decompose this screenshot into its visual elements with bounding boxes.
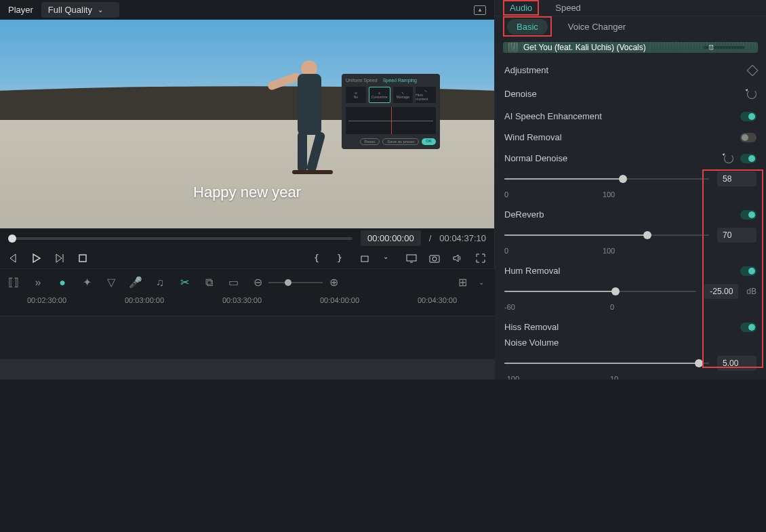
hum-removal-slider[interactable] bbox=[504, 291, 696, 292]
noise-volume-slider[interactable] bbox=[504, 363, 709, 364]
svg-point-4 bbox=[432, 257, 437, 261]
tab-audio[interactable]: Audio bbox=[503, 0, 539, 16]
zoom-in-icon[interactable]: ⊕ bbox=[328, 277, 339, 288]
zoom-out-icon[interactable]: ⊖ bbox=[252, 277, 263, 288]
chevron-down-icon[interactable]: ⌄ bbox=[383, 253, 394, 264]
uniform-speed-tab[interactable]: Uniform Speed bbox=[346, 78, 378, 83]
cut-icon[interactable]: ✂ bbox=[179, 277, 190, 288]
ai-speech-label: AI Speech Enhancement bbox=[504, 111, 602, 121]
ai-tool-icon[interactable]: ● bbox=[57, 277, 68, 288]
chevron-down-icon: ⌄ bbox=[98, 6, 103, 14]
snapshot-icon[interactable] bbox=[429, 253, 440, 264]
noise-volume-label: Noise Volume bbox=[504, 337, 559, 348]
wind-removal-label: Wind Removal bbox=[504, 132, 562, 142]
hiss-removal-toggle[interactable] bbox=[740, 323, 757, 332]
caption-icon[interactable]: ▭ bbox=[228, 277, 239, 288]
expand-icon[interactable]: » bbox=[33, 277, 43, 288]
svg-rect-0 bbox=[79, 255, 86, 262]
speed-ramping-panel: Uniform Speed Speed Ramping ⊘No ≡Customi… bbox=[342, 74, 440, 149]
chevron-down-icon[interactable]: ⌄ bbox=[476, 277, 487, 288]
timeline-tracks[interactable] bbox=[0, 316, 495, 380]
adjustment-section[interactable]: Adjustment bbox=[495, 58, 766, 82]
denoise-section[interactable]: Denoise bbox=[495, 82, 766, 106]
wind-removal-toggle[interactable] bbox=[740, 133, 757, 142]
keyframe-icon[interactable] bbox=[747, 64, 759, 76]
volume-icon[interactable] bbox=[452, 253, 463, 264]
ai-speech-toggle[interactable] bbox=[740, 112, 757, 121]
group-icon[interactable]: ⧉ bbox=[203, 277, 214, 288]
tab-speed[interactable]: Speed bbox=[555, 1, 581, 14]
marker-icon[interactable]: ▽ bbox=[106, 277, 117, 288]
playback-progress[interactable] bbox=[8, 237, 352, 240]
effects-icon[interactable]: ✦ bbox=[81, 277, 92, 288]
audio-track-preview[interactable]: ♪ Get You (feat. Kali Uchis) (Vocals) bbox=[503, 42, 758, 53]
preset-hero[interactable]: ∿Hero moment bbox=[416, 87, 436, 103]
playback-controls: { } ⌄ bbox=[0, 248, 494, 268]
preset-customize[interactable]: ≡Customize bbox=[369, 87, 390, 103]
video-preview[interactable]: Uniform Speed Speed Ramping ⊘No ≡Customi… bbox=[0, 20, 494, 228]
svg-rect-2 bbox=[407, 255, 416, 261]
quality-value: Full Quality bbox=[48, 5, 92, 15]
ok-button[interactable]: OK bbox=[422, 138, 436, 145]
play-icon[interactable] bbox=[31, 253, 42, 264]
normal-denoise-slider[interactable] bbox=[504, 178, 709, 180]
hum-removal-unit: dB bbox=[746, 287, 757, 296]
prev-frame-icon[interactable] bbox=[8, 253, 19, 264]
speed-graph[interactable] bbox=[346, 107, 436, 134]
total-time: 00:04:37:10 bbox=[439, 233, 486, 243]
hum-removal-value[interactable]: -25.00 bbox=[704, 284, 738, 299]
track-name: Get You (feat. Kali Uchis) (Vocals) bbox=[523, 43, 646, 52]
dereverb-value[interactable]: 70 bbox=[717, 228, 757, 243]
dereverb-toggle[interactable] bbox=[740, 210, 757, 220]
player-label: Player bbox=[8, 5, 33, 15]
mark-in-icon[interactable]: { bbox=[314, 253, 325, 264]
crop-icon[interactable] bbox=[360, 253, 371, 264]
preset-montage[interactable]: ∿Montage bbox=[393, 87, 414, 103]
speed-ramping-tab[interactable]: Speed Ramping bbox=[383, 78, 417, 83]
hiss-removal-label: Hiss Removal bbox=[504, 322, 559, 332]
display-icon[interactable] bbox=[406, 253, 417, 264]
normal-denoise-toggle[interactable] bbox=[740, 154, 757, 163]
time-separator: / bbox=[429, 233, 432, 243]
normal-denoise-reset-icon[interactable] bbox=[724, 154, 733, 163]
reset-icon[interactable] bbox=[747, 89, 757, 99]
noise-volume-value[interactable]: 5.00 bbox=[717, 356, 757, 371]
pointer-tool-icon[interactable]: ⟦⟧ bbox=[8, 277, 19, 288]
save-preset-button[interactable]: Save as preset bbox=[382, 138, 419, 145]
normal-denoise-label: Normal Denoise bbox=[504, 153, 567, 163]
grid-icon[interactable]: ⊞ bbox=[457, 277, 468, 288]
video-caption: Happy new year bbox=[193, 184, 301, 201]
dereverb-label: DeReverb bbox=[504, 209, 544, 220]
player-header: Player Full Quality ⌄ bbox=[0, 0, 494, 20]
preset-none[interactable]: ⊘No bbox=[346, 87, 366, 103]
properties-panel: Audio Speed Basic Voice Changer ♪ Get Yo… bbox=[495, 0, 766, 380]
timeline-ruler[interactable]: 00:02:30:00 00:03:00:00 00:03:30:00 00:0… bbox=[0, 296, 495, 316]
quality-dropdown[interactable]: Full Quality ⌄ bbox=[41, 2, 119, 18]
progress-row: 00:00:00:00 / 00:04:37:10 bbox=[0, 228, 494, 248]
dereverb-slider[interactable] bbox=[504, 234, 709, 236]
mic-icon[interactable]: 🎤 bbox=[130, 277, 141, 288]
svg-rect-1 bbox=[361, 256, 368, 262]
current-time[interactable]: 00:00:00:00 bbox=[361, 230, 421, 246]
waveform-icon[interactable] bbox=[474, 5, 486, 15]
hum-removal-label: Hum Removal bbox=[504, 266, 560, 276]
tab-voice-changer[interactable]: Voice Changer bbox=[568, 20, 626, 33]
zoom-slider[interactable] bbox=[268, 282, 323, 283]
reset-button[interactable]: Reset bbox=[360, 138, 380, 145]
timeline-toolbar: ⟦⟧ » ● ✦ ▽ 🎤 ♫ ✂ ⧉ ▭ ⊖ ⊕ bbox=[0, 269, 495, 296]
fullscreen-icon[interactable] bbox=[475, 253, 486, 264]
hum-removal-toggle[interactable] bbox=[740, 266, 757, 276]
tab-basic[interactable]: Basic bbox=[507, 19, 548, 35]
mark-out-icon[interactable]: } bbox=[337, 253, 348, 264]
stop-icon[interactable] bbox=[77, 253, 88, 264]
next-frame-icon[interactable] bbox=[54, 253, 65, 264]
normal-denoise-value[interactable]: 58 bbox=[717, 171, 757, 186]
music-icon[interactable]: ♫ bbox=[155, 277, 165, 288]
